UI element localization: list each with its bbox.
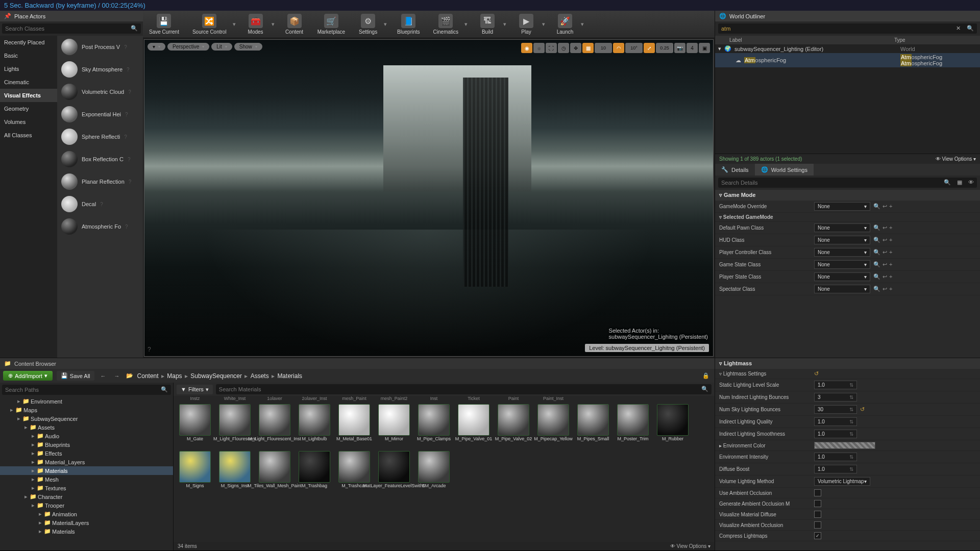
expand-icon[interactable]: ▸ [24, 493, 28, 500]
search-paths-input[interactable] [2, 385, 158, 395]
outliner-row-world[interactable]: ▾ 🌍 subwaySequencer_Lighting (Editor) Wo… [715, 44, 980, 53]
angle-snap-icon[interactable]: ◠ [613, 43, 624, 53]
info-icon[interactable]: ? [125, 112, 128, 117]
prop-dropdown[interactable]: None▾ [814, 260, 870, 269]
use-icon[interactable]: ↩ [883, 224, 887, 231]
add-icon[interactable]: + [889, 237, 892, 243]
expand-icon[interactable]: ▸ [32, 502, 35, 509]
asset-item[interactable]: M_Mirror [376, 404, 412, 448]
info-icon[interactable]: ? [100, 202, 103, 207]
add-icon[interactable]: + [889, 273, 892, 280]
tree-search[interactable]: 🔍 [2, 385, 171, 395]
browse-icon[interactable]: 🔍 [873, 203, 880, 210]
save-all-button[interactable]: 💾 Save All [57, 371, 94, 381]
browse-icon[interactable]: 🔍 [873, 261, 880, 268]
tree-item[interactable]: ▸📁Trooper [0, 501, 173, 510]
info-icon[interactable]: ? [128, 89, 131, 95]
use-icon[interactable]: ↩ [883, 249, 887, 256]
tree-item[interactable]: ▸📁Materials [0, 527, 173, 536]
toolbar-dropdown-arrow[interactable]: ▾ [542, 13, 547, 36]
add-icon[interactable]: + [889, 249, 892, 256]
asset-item[interactable]: M_Pipe_Clamps [415, 404, 452, 448]
asset-item[interactable]: SM_Arcade [415, 451, 452, 495]
realtime-icon[interactable]: ◷ [558, 43, 569, 53]
asset-item[interactable]: M_Pipes_Small [575, 404, 611, 448]
clear-icon[interactable]: ✕ [953, 23, 964, 34]
info-icon[interactable]: ? [127, 67, 130, 72]
nav-back-icon[interactable]: ← [99, 373, 108, 379]
info-icon[interactable]: ? [125, 224, 128, 230]
place-actor-item[interactable]: Exponential Hei? [57, 103, 143, 126]
asset-item[interactable]: M_Gate [177, 404, 213, 448]
prop-number[interactable]: 3 ⇅ [814, 393, 857, 402]
asset-item[interactable]: M_Lightbulb [296, 404, 333, 448]
category-all-classes[interactable]: All Classes [0, 129, 57, 142]
tree-item[interactable]: ▸📁Effects [0, 449, 173, 458]
color-swatch[interactable] [814, 442, 875, 449]
add-import-button[interactable]: ⊕ Add/Import ▾ [3, 371, 53, 381]
place-actor-item[interactable]: Atmospheric Fo? [57, 215, 143, 238]
info-icon[interactable]: ? [124, 134, 127, 140]
prop-dropdown[interactable]: None▾ [814, 272, 870, 281]
section-lightmass[interactable]: ▿ Lightmass [715, 358, 980, 369]
outliner-search-input[interactable] [718, 23, 953, 34]
outliner-col-label[interactable]: Label [729, 37, 894, 43]
angle-snap-value[interactable]: 10° [625, 43, 643, 53]
place-actor-item[interactable]: Decal? [57, 193, 143, 215]
prop-checkbox[interactable]: ✓ [814, 532, 821, 539]
add-icon[interactable]: + [889, 224, 892, 231]
asset-item[interactable]: M_Rubber [654, 404, 691, 448]
property-matrix-icon[interactable]: ▦ [954, 178, 965, 188]
settings-button[interactable]: ⚙Settings [353, 13, 383, 36]
expand-icon[interactable]: ▸ [32, 476, 35, 483]
place-actors-search[interactable]: 🔍 [2, 23, 141, 34]
lit-dropdown[interactable]: Lit [211, 43, 232, 51]
outliner-col-type[interactable]: Type [894, 37, 976, 43]
details-search-input[interactable] [718, 178, 941, 188]
prop-number[interactable]: 1.0 ⇅ [814, 453, 857, 461]
use-icon[interactable]: ↩ [883, 273, 887, 280]
search-icon[interactable]: 🔍 [941, 178, 954, 188]
toolbar-dropdown-arrow[interactable]: ▾ [464, 13, 470, 36]
info-icon[interactable]: ? [129, 179, 132, 185]
prop-dropdown[interactable]: None▾ [814, 236, 870, 244]
expand-icon[interactable]: ▸ [17, 398, 20, 405]
expand-icon[interactable]: ▸ [24, 424, 28, 431]
search-icon[interactable]: 🔍 [698, 384, 712, 394]
grid-snap-icon[interactable]: ▦ [582, 43, 594, 53]
immersive-icon[interactable]: ☼ [533, 43, 545, 53]
build-button[interactable]: 🏗Build [473, 13, 502, 36]
expand-icon[interactable]: ▸ [32, 441, 35, 448]
add-icon[interactable]: + [889, 286, 892, 292]
prop-checkbox[interactable] [814, 500, 821, 507]
asset-grid[interactable]: M_GateM_Light_FlourescentM_Light_Floures… [174, 401, 715, 542]
crumb[interactable]: Content [137, 372, 159, 380]
prop-dropdown[interactable]: None▾ [814, 202, 870, 211]
tree-item[interactable]: ▸📁MaterialLayers [0, 518, 173, 527]
search-icon[interactable]: 🔍 [158, 385, 171, 395]
perspective-dropdown[interactable]: Perspective [167, 43, 209, 51]
place-actor-item[interactable]: Sphere Reflecti? [57, 126, 143, 148]
camera-speed-icon[interactable]: 📷 [674, 43, 685, 53]
tree-item[interactable]: ▸📁Assets [0, 423, 173, 432]
place-actor-item[interactable]: Planar Reflection? [57, 170, 143, 193]
tree-item[interactable]: ▸📁Blueprints [0, 440, 173, 449]
category-lights[interactable]: Lights [0, 62, 57, 76]
expand-icon[interactable]: ▸ [39, 519, 42, 526]
details-search[interactable]: 🔍 ▦ 👁 [718, 178, 977, 188]
search-classes-input[interactable] [2, 23, 128, 34]
filters-button[interactable]: ▼ Filters ▾ [177, 385, 213, 394]
camera-speed-value[interactable]: 4 [687, 43, 698, 53]
outliner-search[interactable]: ✕ 🔍 [718, 23, 977, 34]
blueprints-button[interactable]: 📘Blueprints [392, 13, 425, 36]
crumb[interactable]: Materials [277, 372, 302, 380]
grid-snap-value[interactable]: 10 [595, 43, 612, 53]
place-actor-item[interactable]: Post Process V? [57, 36, 143, 58]
view-options-button[interactable]: 👁 View Options ▾ [936, 156, 976, 162]
tab-world-settings[interactable]: 🌐World Settings [755, 164, 814, 176]
section-game-mode[interactable]: ▿ Game Mode [715, 190, 980, 201]
search-assets-input[interactable] [216, 384, 698, 394]
marketplace-button[interactable]: 🛒Marketplace [312, 13, 350, 36]
expand-icon[interactable]: ▸ [39, 528, 42, 535]
show-dropdown[interactable]: Show [234, 43, 262, 51]
